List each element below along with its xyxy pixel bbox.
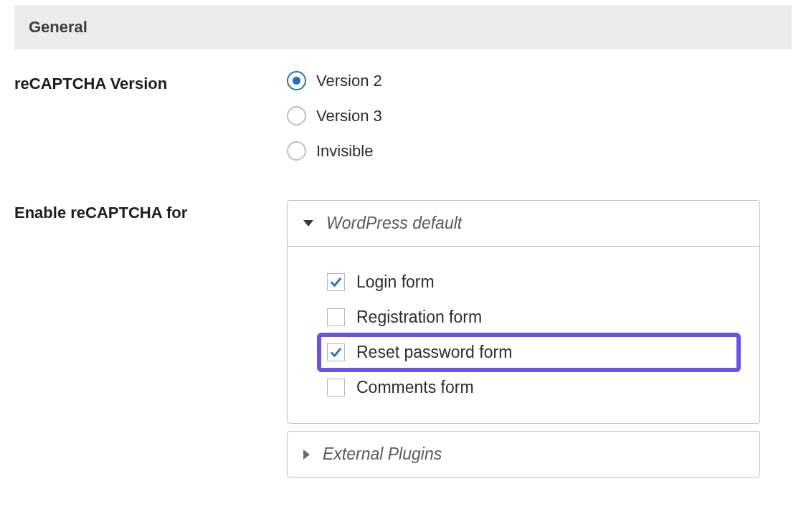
- setting-label-enable-for: Enable reCAPTCHA for: [14, 200, 287, 222]
- radio-version-2[interactable]: Version 2: [287, 71, 792, 90]
- checkbox-icon: [327, 379, 345, 396]
- checkbox-reset-password-form[interactable]: Reset password form: [317, 333, 741, 372]
- checkbox-icon: [327, 308, 345, 326]
- checkbox-label: Login form: [356, 272, 435, 292]
- radio-icon: [287, 141, 306, 161]
- checkbox-label: Reset password form: [356, 343, 512, 362]
- checkbox-comments-form[interactable]: Comments form: [320, 370, 738, 405]
- radio-icon: [287, 71, 306, 90]
- checkbox-login-form[interactable]: Login form: [320, 265, 738, 300]
- accordion-header-external-plugins[interactable]: External Plugins: [288, 432, 759, 477]
- radio-icon: [287, 106, 306, 125]
- radio-group-version: Version 2 Version 3 Invisible: [287, 71, 792, 161]
- accordion-external-plugins: External Plugins: [287, 431, 760, 478]
- setting-row-version: reCAPTCHA Version Version 2 Version 3 In…: [14, 71, 792, 161]
- radio-label: Invisible: [316, 142, 373, 161]
- checkbox-registration-form[interactable]: Registration form: [320, 300, 738, 335]
- checkbox-label: Comments form: [356, 378, 474, 397]
- checkbox-icon: [327, 343, 345, 361]
- setting-row-enable-for: Enable reCAPTCHA for WordPress default L…: [14, 200, 792, 485]
- radio-version-3[interactable]: Version 3: [287, 106, 792, 125]
- section-header: General: [14, 5, 792, 49]
- accordion-title: External Plugins: [323, 445, 442, 464]
- radio-invisible[interactable]: Invisible: [287, 141, 792, 161]
- accordion-title: WordPress default: [326, 214, 462, 233]
- setting-control-enable-for: WordPress default Login form Registratio…: [287, 200, 792, 485]
- radio-label: Version 2: [316, 72, 382, 90]
- settings-table: reCAPTCHA Version Version 2 Version 3 In…: [0, 49, 806, 532]
- chevron-right-icon: [303, 450, 310, 460]
- setting-control-version: Version 2 Version 3 Invisible: [287, 71, 792, 161]
- accordion-wordpress-default: WordPress default Login form Registratio…: [287, 200, 760, 424]
- accordion-header-wordpress-default[interactable]: WordPress default: [288, 201, 759, 247]
- radio-label: Version 3: [316, 107, 382, 125]
- accordion-content-wordpress-default: Login form Registration form Reset passw…: [288, 247, 759, 423]
- section-title: General: [29, 18, 87, 36]
- checkbox-label: Registration form: [356, 308, 482, 327]
- setting-label-version: reCAPTCHA Version: [14, 71, 287, 93]
- checkbox-icon: [327, 273, 345, 291]
- chevron-down-icon: [303, 220, 313, 227]
